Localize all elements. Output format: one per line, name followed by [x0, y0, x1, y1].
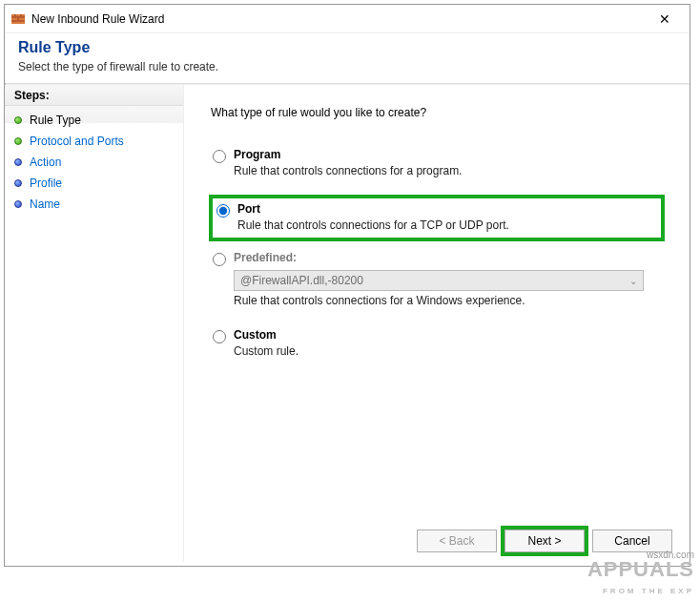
wizard-footer: < Back Next > Cancel [417, 529, 672, 552]
steps-header: Steps: [5, 85, 183, 106]
option-body: Program Rule that controls connections f… [234, 148, 661, 177]
bullet-icon [14, 116, 22, 124]
close-button[interactable]: ✕ [646, 6, 684, 32]
next-button-label: Next > [527, 534, 561, 548]
step-profile[interactable]: Profile [14, 173, 174, 194]
option-custom[interactable]: Custom Custom rule. [211, 326, 663, 360]
predefined-select[interactable]: @FirewallAPI.dll,-80200 ⌄ [234, 270, 644, 291]
bullet-icon [14, 158, 22, 166]
step-label: Name [30, 197, 60, 211]
radio-program[interactable] [213, 150, 226, 163]
content-pane: What type of rule would you like to crea… [184, 85, 690, 562]
wizard-window: New Inbound Rule Wizard ✕ Rule Type Sele… [4, 4, 690, 567]
bullet-icon [14, 179, 22, 187]
back-button-label: < Back [439, 534, 474, 548]
option-port[interactable]: Port Rule that controls connections for … [211, 197, 663, 239]
option-title: Custom [234, 328, 661, 342]
page-subtitle: Select the type of firewall rule to crea… [18, 60, 676, 73]
radio-port[interactable] [216, 204, 230, 218]
watermark-brand: APPUALS FROM THE EXP [587, 561, 694, 600]
content-prompt: What type of rule would you like to crea… [211, 106, 663, 119]
cancel-button[interactable]: Cancel [592, 529, 672, 552]
titlebar: New Inbound Rule Wizard ✕ [5, 5, 690, 33]
svg-rect-1 [11, 14, 25, 16]
option-body: Predefined: @FirewallAPI.dll,-80200 ⌄ Ru… [234, 251, 661, 307]
bullet-icon [14, 137, 22, 145]
option-predefined[interactable]: Predefined: @FirewallAPI.dll,-80200 ⌄ Ru… [211, 249, 663, 309]
back-button: < Back [417, 529, 497, 552]
step-label: Protocol and Ports [30, 135, 124, 148]
svg-rect-3 [11, 22, 25, 24]
step-action[interactable]: Action [14, 152, 174, 173]
step-label: Action [30, 156, 61, 169]
radio-custom[interactable] [213, 330, 226, 343]
option-title: Predefined: [234, 251, 661, 264]
option-desc: Rule that controls connections for a pro… [234, 164, 661, 177]
option-program[interactable]: Program Rule that controls connections f… [211, 146, 663, 179]
step-protocol-and-ports[interactable]: Protocol and Ports [14, 131, 174, 152]
wizard-body: Steps: Rule Type Protocol and Ports Acti… [5, 85, 690, 562]
step-rule-type[interactable]: Rule Type [14, 110, 174, 131]
page-title: Rule Type [18, 39, 676, 56]
step-name[interactable]: Name [14, 194, 174, 215]
next-button[interactable]: Next > [504, 529, 585, 552]
option-title: Program [234, 148, 661, 161]
radio-predefined[interactable] [213, 253, 226, 266]
step-label: Rule Type [30, 114, 81, 127]
firewall-icon [10, 11, 26, 27]
step-label: Profile [30, 176, 62, 190]
steps-sidebar: Steps: Rule Type Protocol and Ports Acti… [5, 85, 184, 562]
option-desc: Rule that controls connections for a TCP… [237, 218, 657, 232]
close-icon: ✕ [659, 11, 670, 27]
option-title: Port [237, 202, 657, 216]
option-body: Custom Custom rule. [234, 328, 661, 358]
chevron-down-icon: ⌄ [629, 276, 637, 286]
bullet-icon [14, 200, 22, 208]
page-header: Rule Type Select the type of firewall ru… [5, 33, 690, 83]
predefined-select-value: @FirewallAPI.dll,-80200 [240, 274, 363, 287]
rule-type-radio-group: Program Rule that controls connections f… [211, 146, 663, 360]
option-desc: Custom rule. [234, 344, 661, 358]
watermark-tagline: FROM THE EXP [603, 587, 694, 595]
option-desc: Rule that controls connections for a Win… [234, 294, 661, 307]
cancel-button-label: Cancel [614, 534, 649, 548]
option-body: Port Rule that controls connections for … [237, 202, 657, 232]
window-title: New Inbound Rule Wizard [31, 12, 646, 26]
